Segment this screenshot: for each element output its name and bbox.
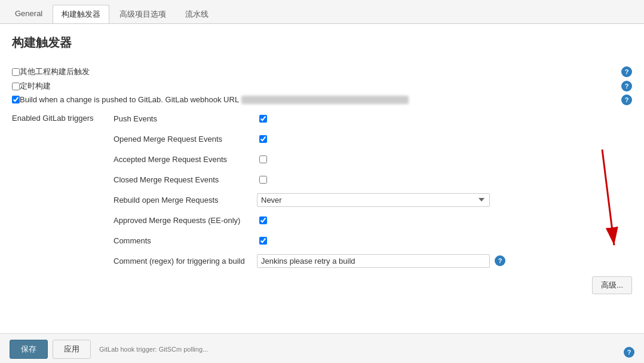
trigger-opened-merge-label: Opened Merge Request Events bbox=[114, 135, 257, 144]
advanced-button[interactable]: 高级... bbox=[592, 276, 632, 294]
trigger-row-push-events: Push Events bbox=[114, 111, 632, 126]
apply-button[interactable]: 应用 bbox=[53, 340, 91, 359]
gitlab-push-label: Build when a change is pushed to GitLab.… bbox=[20, 95, 239, 104]
comment-regex-input[interactable] bbox=[257, 254, 490, 268]
trigger-row-accepted-merge: Accepted Merge Request Events bbox=[114, 152, 632, 166]
webhook-url-blur bbox=[241, 96, 409, 104]
scheduled-label: 定时构建 bbox=[20, 81, 51, 91]
trigger-comments-label: Comments bbox=[114, 236, 257, 245]
tab-pipeline[interactable]: 流水线 bbox=[176, 5, 217, 23]
trigger-accepted-merge-label: Accepted Merge Request Events bbox=[114, 155, 257, 164]
tab-general[interactable]: General bbox=[6, 5, 51, 23]
scheduled-checkbox[interactable] bbox=[12, 83, 20, 90]
comments-checkbox[interactable] bbox=[259, 237, 267, 245]
trigger-closed-merge-label: Closed Merge Request Events bbox=[114, 175, 257, 184]
page-wrapper: General 构建触发器 高级项目选项 流水线 构建触发器 其他工程构建后触发… bbox=[0, 0, 644, 363]
accepted-merge-checkbox[interactable] bbox=[259, 155, 267, 163]
trigger-approved-merge-label: Approved Merge Requests (EE-only) bbox=[114, 216, 257, 225]
triggers-grid: Push Events Opened Merge Request Events … bbox=[114, 111, 632, 294]
other-projects-checkbox[interactable] bbox=[12, 68, 20, 76]
other-projects-help-icon[interactable]: ? bbox=[621, 66, 632, 77]
tab-advanced-options[interactable]: 高级项目选项 bbox=[111, 5, 175, 23]
trigger-row-comment-regex: Comment (regex) for triggering a build ? bbox=[114, 254, 632, 268]
option-gitlab-push-row: Build when a change is pushed to GitLab.… bbox=[12, 95, 632, 104]
section-title: 构建触发器 bbox=[12, 35, 632, 56]
trigger-comment-regex-label: Comment (regex) for triggering a build bbox=[114, 257, 257, 266]
tab-triggers[interactable]: 构建触发器 bbox=[53, 5, 109, 23]
other-projects-label: 其他工程构建后触发 bbox=[20, 66, 90, 77]
rebuild-open-select[interactable]: Never On push to source branch On push t… bbox=[257, 193, 490, 207]
trigger-push-events-label: Push Events bbox=[114, 114, 257, 123]
trigger-row-rebuild-open: Rebuild open Merge Requests Never On pus… bbox=[114, 193, 632, 207]
approved-merge-checkbox[interactable] bbox=[259, 216, 267, 224]
trigger-row-comments: Comments bbox=[114, 233, 632, 248]
gitlab-push-checkbox[interactable] bbox=[12, 96, 20, 103]
bottom-bar: 保存 应用 GitLab hook trigger: GitSCm pollin… bbox=[0, 333, 644, 363]
scheduled-help-icon[interactable]: ? bbox=[621, 81, 632, 91]
main-content: 构建触发器 其他工程构建后触发 ? 定时构建 ? bbox=[0, 24, 644, 363]
opened-merge-checkbox[interactable] bbox=[259, 135, 267, 143]
comment-regex-help-icon[interactable]: ? bbox=[495, 255, 505, 266]
bottom-text: GitLab hook trigger: GitSCm polling... bbox=[99, 346, 208, 353]
triggers-label: Enabled GitLab triggers bbox=[12, 111, 114, 294]
trigger-row-closed-merge: Closed Merge Request Events bbox=[114, 172, 632, 187]
trigger-row-opened-merge: Opened Merge Request Events bbox=[114, 132, 632, 146]
push-events-checkbox[interactable] bbox=[259, 115, 267, 123]
closed-merge-checkbox[interactable] bbox=[259, 176, 267, 184]
trigger-rebuild-open-label: Rebuild open Merge Requests bbox=[114, 196, 257, 205]
trigger-row-approved-merge: Approved Merge Requests (EE-only) bbox=[114, 213, 632, 227]
top-options: 其他工程构建后触发 ? 定时构建 ? Build when a change i… bbox=[12, 66, 632, 104]
bottom-help-icon[interactable]: ? bbox=[624, 347, 634, 358]
option-scheduled-row: 定时构建 ? bbox=[12, 81, 632, 91]
tab-bar: General 构建触发器 高级项目选项 流水线 bbox=[0, 0, 644, 24]
save-button[interactable]: 保存 bbox=[10, 340, 48, 359]
gitlab-push-help-icon[interactable]: ? bbox=[621, 94, 632, 105]
triggers-section: Enabled GitLab triggers Push Events Open… bbox=[12, 111, 632, 294]
option-other-projects-row: 其他工程构建后触发 ? bbox=[12, 66, 632, 77]
